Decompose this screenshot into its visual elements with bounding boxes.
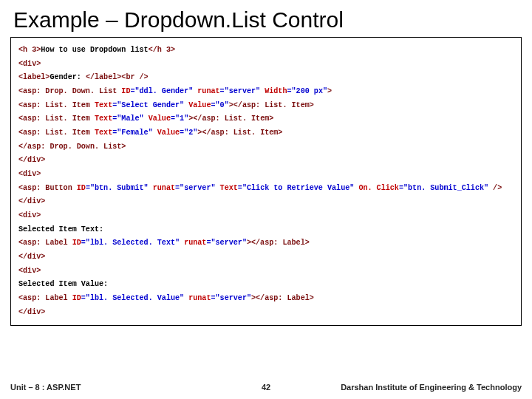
code-line: <asp: Button ID="btn. Submit" runat="ser… xyxy=(18,182,514,196)
code-line: </asp: Drop. Down. List> xyxy=(18,140,514,154)
code-line: </div> xyxy=(18,306,514,320)
slide-title: Example – Dropdown.List Control xyxy=(0,0,532,37)
code-line: </div> xyxy=(18,250,514,265)
footer-left: Unit – 8 : ASP.NET xyxy=(10,383,81,392)
code-line: <div> xyxy=(18,265,514,279)
code-line: <asp: Drop. Down. List ID="ddl. Gender" … xyxy=(18,85,514,99)
code-line: <div> xyxy=(18,168,514,182)
code-line: <div> xyxy=(18,209,514,223)
code-line: Selected Item Value: xyxy=(18,278,514,292)
code-line: <asp: List. Item Text="Select Gender" Va… xyxy=(18,99,514,113)
code-line: </div> xyxy=(18,154,514,168)
code-line: <h 3>How to use Dropdown list</h 3> xyxy=(18,44,514,58)
footer-right: Darshan Institute of Engineering & Techn… xyxy=(341,383,522,392)
code-line: <asp: List. Item Text="Male" Value="1"><… xyxy=(18,112,514,126)
code-line: <asp: Label ID="lbl. Selected. Value" ru… xyxy=(18,292,514,306)
code-line: <asp: List. Item Text="Female" Value="2"… xyxy=(18,126,514,140)
code-line: Selected Item Text: xyxy=(18,223,514,237)
code-line: <asp: Label ID="lbl. Selected. Text" run… xyxy=(18,236,514,250)
code-block: <h 3>How to use Dropdown list</h 3><div>… xyxy=(10,37,522,326)
code-line: <label>Gender: </label><br /> xyxy=(18,71,514,85)
footer: Unit – 8 : ASP.NET 42 Darshan Institute … xyxy=(10,383,522,392)
code-line: </div> xyxy=(18,195,514,209)
code-line: <div> xyxy=(18,58,514,72)
